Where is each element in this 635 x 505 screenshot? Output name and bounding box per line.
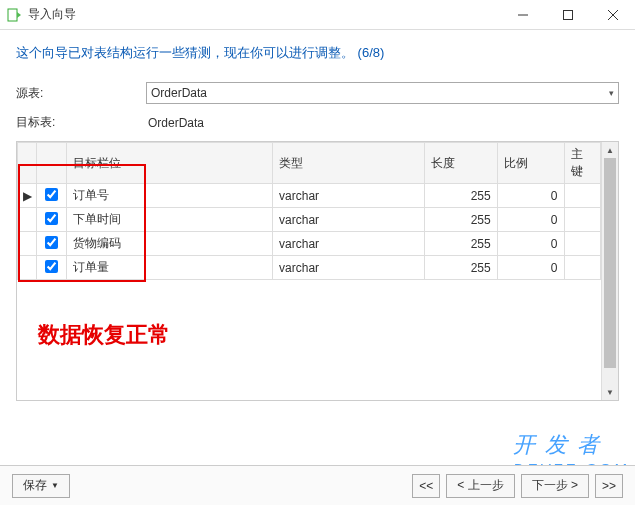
field-grid[interactable]: 目标栏位 类型 长度 比例 主键 ▶订单号varchar2550下单时间varc… [17,142,601,400]
row-scale[interactable]: 0 [497,208,564,232]
grid-header-marker [18,143,37,184]
last-button[interactable]: >> [595,474,623,498]
row-target[interactable]: 订单量 [66,256,272,280]
grid-wrap: 目标栏位 类型 长度 比例 主键 ▶订单号varchar2550下单时间varc… [16,141,619,401]
grid-header-length[interactable]: 长度 [424,143,497,184]
row-check[interactable] [37,232,66,256]
row-checkbox[interactable] [45,236,58,249]
table-row[interactable]: 货物编码varchar2550 [18,232,601,256]
row-target[interactable]: 订单号 [66,184,272,208]
table-row[interactable]: 下单时间varchar2550 [18,208,601,232]
source-select-value: OrderData [151,86,207,100]
row-target[interactable]: 下单时间 [66,208,272,232]
source-select[interactable]: OrderData ▾ [146,82,619,104]
target-row: 目标表: OrderData [16,114,619,131]
row-length[interactable]: 255 [424,232,497,256]
minimize-button[interactable] [500,0,545,30]
row-pk[interactable] [564,256,600,280]
intro-text: 这个向导已对表结构运行一些猜测，现在你可以进行调整。 (6/8) [16,44,619,62]
row-pk[interactable] [564,232,600,256]
next-button[interactable]: 下一步 > [521,474,589,498]
svg-rect-0 [8,9,17,21]
table-row[interactable]: ▶订单号varchar2550 [18,184,601,208]
next-button-label: 下一步 > [532,477,578,494]
row-checkbox[interactable] [45,188,58,201]
maximize-button[interactable] [545,0,590,30]
app-icon [6,7,22,23]
annotation-text: 数据恢复正常 [38,320,170,350]
row-scale[interactable]: 0 [497,256,564,280]
first-button[interactable]: << [412,474,440,498]
row-marker [18,208,37,232]
row-checkbox[interactable] [45,212,58,225]
svg-rect-2 [563,10,572,19]
row-check[interactable] [37,184,66,208]
grid-header-type[interactable]: 类型 [273,143,425,184]
grid-header-row: 目标栏位 类型 长度 比例 主键 [18,143,601,184]
grid-header-scale[interactable]: 比例 [497,143,564,184]
row-type[interactable]: varchar [273,208,425,232]
chevron-down-icon: ▾ [609,88,614,98]
row-type[interactable]: varchar [273,232,425,256]
prev-button[interactable]: < 上一步 [446,474,514,498]
target-label: 目标表: [16,114,146,131]
last-button-label: >> [602,479,616,493]
save-button-label: 保存 [23,477,47,494]
save-button[interactable]: 保存 ▼ [12,474,70,498]
prev-button-label: < 上一步 [457,477,503,494]
scroll-up-icon[interactable]: ▲ [602,142,618,158]
row-length[interactable]: 255 [424,208,497,232]
window-title: 导入向导 [28,6,500,23]
grid-header-target[interactable]: 目标栏位 [66,143,272,184]
row-checkbox[interactable] [45,260,58,273]
row-marker [18,256,37,280]
row-check[interactable] [37,256,66,280]
caret-down-icon: ▼ [51,481,59,490]
source-label: 源表: [16,85,146,102]
row-target[interactable]: 货物编码 [66,232,272,256]
scroll-thumb[interactable] [604,158,616,368]
row-marker: ▶ [18,184,37,208]
scroll-down-icon[interactable]: ▼ [602,384,618,400]
row-length[interactable]: 255 [424,184,497,208]
footer: 保存 ▼ << < 上一步 下一步 > >> [0,465,635,505]
close-button[interactable] [590,0,635,30]
vertical-scrollbar[interactable]: ▲ ▼ [601,142,618,400]
watermark-line1: 开 发 者 [513,432,601,457]
row-pk[interactable] [564,184,600,208]
first-button-label: << [419,479,433,493]
row-scale[interactable]: 0 [497,184,564,208]
row-pk[interactable] [564,208,600,232]
row-marker [18,232,37,256]
source-row: 源表: OrderData ▾ [16,82,619,104]
grid-header-pk[interactable]: 主键 [564,143,600,184]
grid-header-check [37,143,66,184]
titlebar: 导入向导 [0,0,635,30]
table-row[interactable]: 订单量varchar2550 [18,256,601,280]
row-length[interactable]: 255 [424,256,497,280]
row-type[interactable]: varchar [273,184,425,208]
target-value: OrderData [146,116,619,130]
row-type[interactable]: varchar [273,256,425,280]
row-scale[interactable]: 0 [497,232,564,256]
row-check[interactable] [37,208,66,232]
